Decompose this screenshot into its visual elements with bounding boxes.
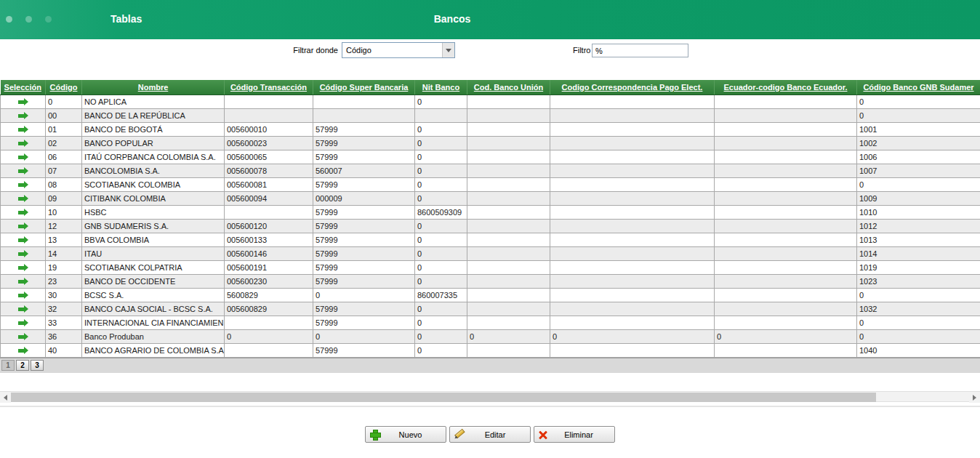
module-title: Tablas [111, 13, 142, 25]
table-cell [715, 274, 857, 288]
table-row: 30BCSC S.A.560082908600073350 [1, 288, 980, 302]
select-row-arrow-icon[interactable] [17, 292, 29, 300]
table-cell: 1009 [857, 191, 980, 205]
table-cell: 33 [46, 316, 82, 329]
table-cell [225, 95, 313, 108]
select-row-arrow-icon[interactable] [17, 112, 29, 120]
page-button-2[interactable]: 2 [16, 360, 29, 371]
table-cell: 14 [46, 246, 82, 260]
select-row-arrow-icon[interactable] [17, 347, 29, 355]
table-cell: SCOTIABANK COLPATRIA [82, 260, 225, 274]
table-cell: INTERNACIONAL CIA FINANCIAMIEN [82, 316, 225, 329]
action-button-bar: NuevoEditarEliminar [0, 426, 980, 443]
new-button[interactable]: Nuevo [365, 426, 446, 443]
table-cell: 10 [46, 205, 82, 219]
table-cell: BBVA COLOMBIA [82, 233, 225, 246]
scroll-right-arrow-icon[interactable] [969, 392, 980, 403]
select-row-arrow-icon[interactable] [17, 264, 29, 272]
table-cell [467, 177, 550, 191]
table-row: 0NO APLICA00 [1, 95, 980, 108]
table-cell [467, 274, 550, 288]
row-select-cell [1, 150, 46, 164]
table-cell: 0 [415, 177, 467, 191]
table-cell: 57999 [313, 274, 415, 288]
table-cell: BCSC S.A. [82, 288, 225, 302]
table-cell: 0 [415, 95, 467, 108]
filter-value-input[interactable] [592, 44, 688, 57]
select-row-arrow-icon[interactable] [17, 278, 29, 286]
page-button-3[interactable]: 3 [31, 360, 44, 371]
select-row-arrow-icon[interactable] [17, 153, 29, 161]
table-cell: NO APLICA [82, 95, 225, 108]
table-cell: 1007 [857, 164, 980, 177]
table-cell: 40 [46, 343, 82, 357]
table-cell: 1013 [857, 233, 980, 246]
table-cell: BANCO DE OCCIDENTE [82, 274, 225, 288]
column-header[interactable]: Codigo Correspondencia Pago Elect. [550, 80, 715, 95]
select-row-arrow-icon[interactable] [17, 195, 29, 203]
delete-button[interactable]: Eliminar [534, 426, 615, 443]
table-cell [550, 316, 715, 329]
column-header[interactable]: Código Banco GNB Sudamer [857, 80, 980, 95]
horizontal-scrollbar[interactable] [0, 391, 980, 402]
column-header[interactable]: Código [46, 80, 82, 95]
table-row: 08SCOTIABANK COLOMBIA0056000815799900 [1, 177, 980, 191]
table-cell: 57999 [313, 302, 415, 316]
table-cell: 0 [415, 343, 467, 357]
table-row: 13BBVA COLOMBIA0056001335799901013 [1, 233, 980, 246]
row-select-cell [1, 316, 46, 329]
row-select-cell [1, 191, 46, 205]
table-cell [467, 205, 550, 219]
table-row: 02BANCO POPULAR0056000235799901002 [1, 136, 980, 150]
column-header[interactable]: Nit Banco [415, 80, 467, 95]
table-cell: 0 [415, 150, 467, 164]
scrollbar-thumb[interactable] [11, 393, 876, 402]
select-row-arrow-icon[interactable] [17, 333, 29, 341]
table-cell: 860007335 [415, 288, 467, 302]
table-cell [715, 164, 857, 177]
table-cell [715, 233, 857, 246]
column-header[interactable]: Código Super Bancaria [313, 80, 415, 95]
column-header[interactable]: Código Transacción [225, 80, 313, 95]
filter-column-selected-value: Código [342, 46, 442, 55]
select-row-arrow-icon[interactable] [17, 126, 29, 134]
select-row-arrow-icon[interactable] [17, 209, 29, 217]
table-cell: ITAÚ CORPBANCA COLOMBIA S.A. [82, 150, 225, 164]
table-cell: 0 [46, 95, 82, 108]
edit-button[interactable]: Editar [449, 426, 531, 443]
select-row-arrow-icon[interactable] [17, 250, 29, 258]
select-row-arrow-icon[interactable] [17, 98, 29, 106]
table-cell: 005600146 [225, 246, 313, 260]
row-select-cell [1, 233, 46, 246]
delete-button-label: Eliminar [547, 430, 610, 439]
column-header[interactable]: Nombre [82, 80, 225, 95]
table-cell: BANCOLOMBIA S.A. [82, 164, 225, 177]
column-header[interactable]: Selección [1, 80, 46, 95]
table-cell [550, 233, 715, 246]
column-header[interactable]: Cod. Banco Unión [467, 80, 550, 95]
select-row-arrow-icon[interactable] [17, 236, 29, 244]
table-cell [225, 205, 313, 219]
table-cell [715, 260, 857, 274]
table-cell: 005600078 [225, 164, 313, 177]
chevron-down-icon[interactable] [442, 43, 454, 57]
table-cell [550, 122, 715, 136]
scroll-left-arrow-icon[interactable] [0, 392, 11, 403]
select-row-arrow-icon[interactable] [17, 305, 29, 313]
table-cell: 0 [415, 329, 467, 343]
select-row-arrow-icon[interactable] [17, 181, 29, 189]
page-button-1[interactable]: 1 [1, 360, 15, 371]
table-cell [550, 260, 715, 274]
select-row-arrow-icon[interactable] [17, 222, 29, 230]
select-row-arrow-icon[interactable] [17, 140, 29, 148]
select-row-arrow-icon[interactable] [17, 319, 29, 327]
table-cell [550, 302, 715, 316]
table-cell [550, 108, 715, 122]
row-select-cell [1, 329, 46, 343]
select-row-arrow-icon[interactable] [17, 167, 29, 175]
table-cell: 0 [415, 274, 467, 288]
filter-column-select[interactable]: Código [342, 42, 455, 58]
column-header[interactable]: Ecuador-codigo Banco Ecuador. [715, 80, 857, 95]
table-cell: 0 [415, 122, 467, 136]
table-cell [467, 233, 550, 246]
